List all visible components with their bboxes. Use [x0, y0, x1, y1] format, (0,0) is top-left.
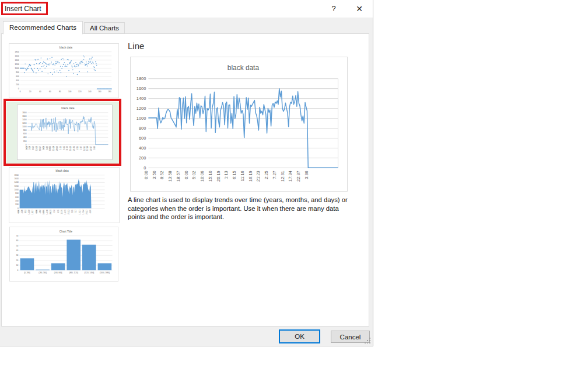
- svg-text:0: 0: [26, 144, 27, 146]
- svg-text:21:23: 21:23: [68, 210, 70, 214]
- svg-text:160: 160: [98, 91, 102, 93]
- svg-text:50: 50: [16, 245, 19, 247]
- svg-text:15:10: 15:10: [208, 171, 213, 182]
- svg-text:30: 30: [16, 254, 19, 256]
- svg-text:3:50: 3:50: [152, 171, 157, 179]
- svg-text:(1400, 1680]: (1400, 1680]: [100, 272, 110, 274]
- svg-text:6:15: 6:15: [232, 171, 237, 179]
- help-button[interactable]: ?: [325, 0, 342, 18]
- svg-text:[0, 280]: [0, 280]: [24, 272, 30, 274]
- svg-text:1600: 1600: [15, 178, 19, 180]
- svg-text:21:23: 21:23: [73, 146, 75, 151]
- svg-text:1400: 1400: [15, 181, 19, 183]
- resize-grip[interactable]: [365, 338, 371, 344]
- svg-text:0:00: 0:00: [144, 171, 149, 179]
- svg-text:black data: black data: [55, 169, 69, 172]
- thumbnail-scatter-chart[interactable]: black data020040060080010001200140016001…: [9, 43, 119, 98]
- svg-text:3:36: 3:36: [89, 210, 92, 213]
- svg-text:400: 400: [16, 79, 19, 82]
- svg-text:(840, 1120]: (840, 1120]: [69, 272, 78, 274]
- close-icon[interactable]: ✕: [351, 0, 368, 18]
- svg-text:800: 800: [139, 126, 146, 131]
- svg-text:2:25: 2:25: [71, 210, 74, 213]
- svg-text:7:27: 7:27: [75, 210, 77, 213]
- svg-text:3:36: 3:36: [304, 171, 309, 179]
- svg-text:800: 800: [16, 71, 19, 74]
- svg-text:1800: 1800: [15, 174, 19, 176]
- svg-text:1000: 1000: [136, 116, 146, 121]
- svg-text:12:31: 12:31: [280, 171, 285, 182]
- svg-text:(280, 560]: (280, 560]: [38, 272, 47, 274]
- dialog-content: black data020040060080010001200140016001…: [1, 33, 369, 327]
- svg-text:black data: black data: [228, 64, 260, 72]
- svg-text:16:19: 16:19: [248, 171, 253, 182]
- svg-text:5:02: 5:02: [46, 146, 48, 150]
- tab-strip: Recommended Charts All Charts: [3, 21, 126, 34]
- svg-text:1600: 1600: [22, 115, 26, 117]
- svg-text:1200: 1200: [136, 106, 146, 111]
- svg-text:1200: 1200: [22, 122, 26, 124]
- thumbnail-line-chart-selected[interactable]: black data020040060080010001200140016001…: [17, 105, 113, 160]
- svg-text:180: 180: [108, 91, 111, 93]
- svg-text:400: 400: [15, 200, 19, 202]
- svg-text:8:52: 8:52: [32, 146, 34, 150]
- svg-text:16:19: 16:19: [69, 146, 72, 151]
- svg-text:0: 0: [144, 165, 146, 171]
- svg-text:black data: black data: [61, 107, 75, 110]
- svg-text:0:00: 0:00: [18, 210, 20, 213]
- svg-text:140: 140: [88, 91, 92, 93]
- svg-text:200: 200: [23, 140, 27, 143]
- desktop-background: Insert Chart ? ✕ Recommended Charts All …: [0, 0, 588, 368]
- svg-text:600: 600: [15, 196, 19, 199]
- svg-text:0: 0: [18, 207, 19, 210]
- svg-text:18:57: 18:57: [32, 210, 34, 214]
- svg-text:80: 80: [59, 91, 61, 93]
- svg-text:12:31: 12:31: [79, 210, 81, 214]
- svg-text:1:13: 1:13: [53, 210, 55, 213]
- svg-text:13:58: 13:58: [167, 171, 173, 182]
- svg-text:60: 60: [16, 239, 19, 242]
- svg-text:1200: 1200: [15, 185, 19, 188]
- svg-text:60: 60: [49, 91, 51, 93]
- svg-text:3:50: 3:50: [29, 146, 31, 150]
- ok-button[interactable]: OK: [279, 329, 320, 343]
- svg-text:20: 20: [29, 91, 32, 93]
- svg-text:11:16: 11:16: [66, 146, 69, 151]
- svg-text:400: 400: [139, 145, 146, 151]
- svg-text:17:34: 17:34: [86, 146, 89, 151]
- svg-text:1000: 1000: [15, 189, 19, 191]
- svg-text:0:00: 0:00: [43, 146, 45, 150]
- svg-text:12:31: 12:31: [83, 146, 86, 151]
- svg-text:15:10: 15:10: [52, 146, 55, 151]
- svg-text:600: 600: [139, 136, 146, 141]
- svg-text:8:52: 8:52: [159, 171, 164, 179]
- svg-text:black data: black data: [60, 46, 73, 49]
- svg-text:8:52: 8:52: [24, 210, 27, 213]
- tab-all-charts[interactable]: All Charts: [84, 22, 125, 34]
- svg-text:10:06: 10:06: [200, 171, 205, 182]
- svg-text:800: 800: [23, 129, 27, 131]
- chart-description: A line chart is used to display trends o…: [128, 196, 358, 221]
- svg-text:40: 40: [39, 91, 41, 93]
- svg-text:7:27: 7:27: [80, 146, 82, 150]
- svg-text:(1120, 1400]: (1120, 1400]: [84, 272, 94, 274]
- svg-text:800: 800: [15, 192, 19, 195]
- svg-text:15:10: 15:10: [46, 210, 48, 214]
- tab-recommended-charts[interactable]: Recommended Charts: [3, 21, 83, 34]
- insert-chart-dialog: Insert Chart ? ✕ Recommended Charts All …: [0, 0, 373, 346]
- svg-text:5:02: 5:02: [39, 210, 41, 213]
- svg-text:6:15: 6:15: [57, 210, 60, 213]
- svg-text:1400: 1400: [136, 96, 146, 101]
- svg-text:11:16: 11:16: [61, 210, 63, 214]
- svg-text:2:25: 2:25: [264, 171, 269, 179]
- svg-text:7:27: 7:27: [272, 171, 277, 179]
- svg-text:0: 0: [20, 91, 21, 93]
- thumbnail-area-chart[interactable]: black data020040060080010001200140016001…: [9, 167, 120, 223]
- svg-text:0:00: 0:00: [184, 171, 189, 179]
- svg-text:16:19: 16:19: [64, 210, 66, 214]
- svg-text:1800: 1800: [136, 76, 146, 81]
- svg-text:21:23: 21:23: [256, 171, 261, 182]
- svg-text:200: 200: [139, 155, 146, 161]
- cancel-button[interactable]: Cancel: [331, 331, 370, 343]
- thumbnail-histogram-chart[interactable]: Chart Title010203040506070[0, 280](280, …: [9, 227, 118, 282]
